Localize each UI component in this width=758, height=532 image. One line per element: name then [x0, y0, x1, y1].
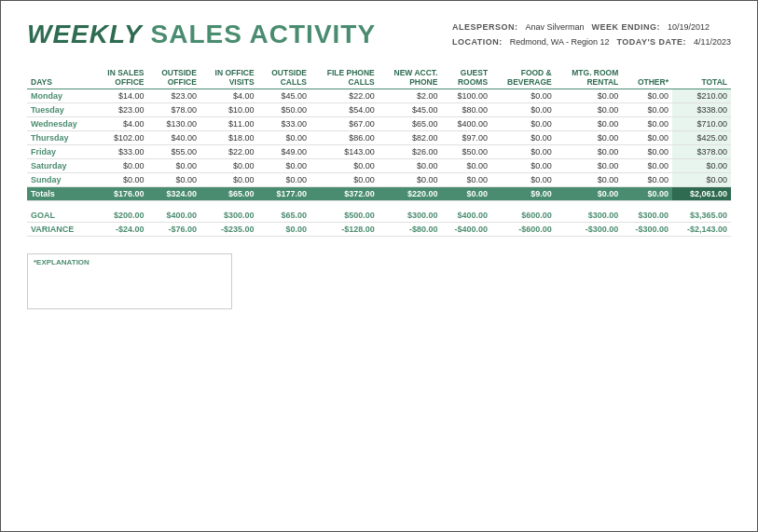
value-cell: $100.00	[441, 89, 491, 103]
location-label: LOCATION:	[452, 34, 503, 49]
value-cell: $130.00	[148, 117, 200, 131]
goal-cell: $600.00	[491, 209, 556, 223]
value-cell: $0.00	[200, 173, 258, 187]
value-cell: $0.00	[622, 131, 672, 145]
value-cell: $0.00	[491, 131, 556, 145]
goal-cell: $300.00	[556, 209, 623, 223]
col-total: TOTAL	[672, 66, 731, 89]
activity-table: DAYS IN SALESOFFICE OUTSIDEOFFICE IN OFF…	[27, 66, 731, 237]
value-cell: $4.00	[200, 89, 258, 103]
value-cell: $0.00	[93, 173, 147, 187]
value-cell: $0.00	[556, 131, 623, 145]
col-mtg-room-rental: MTG. ROOMRENTAL	[556, 66, 623, 89]
value-cell: $0.00	[622, 145, 672, 159]
variance-cell: -$128.00	[310, 222, 379, 236]
value-cell: $0.00	[148, 159, 200, 173]
table-row: Friday$33.00$55.00$22.00$49.00$143.00$26…	[27, 145, 731, 159]
page-title: WEEKLY SALES ACTIVITY	[27, 20, 376, 49]
value-cell: $0.00	[622, 103, 672, 117]
value-cell: $425.00	[672, 131, 731, 145]
value-cell: $49.00	[258, 145, 310, 159]
value-cell: $0.00	[379, 173, 442, 187]
value-cell: $0.00	[148, 173, 200, 187]
value-cell: $0.00	[622, 117, 672, 131]
variance-cell: -$80.00	[379, 222, 442, 236]
value-cell: $65.00	[379, 117, 442, 131]
value-cell: $23.00	[93, 103, 147, 117]
alesperson-label: ALESPERSON:	[452, 20, 518, 34]
value-cell: $4.00	[93, 117, 147, 131]
value-cell: $45.00	[379, 103, 442, 117]
value-cell: $23.00	[148, 89, 200, 103]
totals-cell: $65.00	[200, 187, 258, 201]
day-cell: Thursday	[27, 131, 93, 145]
todays-date-value: 4/11/2023	[694, 34, 731, 49]
value-cell: $18.00	[200, 131, 258, 145]
goal-cell: $3,365.00	[672, 209, 731, 223]
totals-cell: $176.00	[93, 187, 147, 201]
value-cell: $45.00	[258, 89, 310, 103]
goal-cell: $200.00	[93, 209, 147, 223]
value-cell: $0.00	[556, 117, 623, 131]
variance-label: VARIANCE	[27, 222, 93, 236]
page: WEEKLY SALES ACTIVITY ALESPERSON: Anav S…	[0, 0, 758, 532]
todays-date-label: TODAY'S DATE:	[616, 34, 685, 49]
variance-cell: -$24.00	[93, 222, 147, 236]
value-cell: $0.00	[258, 159, 310, 173]
totals-cell: $0.00	[441, 187, 491, 201]
totals-cell: $0.00	[556, 187, 623, 201]
value-cell: $33.00	[93, 145, 147, 159]
totals-cell: $2,061.00	[672, 187, 731, 201]
week-ending-label: WEEK ENDING:	[591, 20, 660, 34]
goal-cell: $300.00	[379, 209, 442, 223]
totals-cell: $372.00	[310, 187, 379, 201]
value-cell: $400.00	[441, 117, 491, 131]
day-cell: Sunday	[27, 173, 93, 187]
variance-cell: -$300.00	[556, 222, 623, 236]
value-cell: $0.00	[491, 159, 556, 173]
value-cell: $0.00	[491, 173, 556, 187]
gap-row	[27, 201, 731, 209]
value-cell: $0.00	[258, 173, 310, 187]
header: WEEKLY SALES ACTIVITY ALESPERSON: Anav S…	[27, 20, 731, 49]
col-in-office-visits: IN OFFICEVISITS	[200, 66, 258, 89]
value-cell: $14.00	[93, 89, 147, 103]
value-cell: $0.00	[258, 131, 310, 145]
value-cell: $80.00	[441, 103, 491, 117]
alesperson-value: Anav Silverman	[525, 20, 584, 34]
totals-label: Totals	[27, 187, 93, 201]
value-cell: $0.00	[622, 173, 672, 187]
value-cell: $0.00	[310, 159, 379, 173]
totals-cell: $9.00	[491, 187, 556, 201]
value-cell: $0.00	[200, 159, 258, 173]
variance-cell: -$600.00	[491, 222, 556, 236]
explanation-label: *EXPLANATION	[34, 258, 226, 266]
variance-cell: -$300.00	[622, 222, 672, 236]
week-ending-value: 10/19/2012	[668, 20, 710, 34]
day-cell: Wednesday	[27, 117, 93, 131]
title-sales: SALES ACTIVITY	[143, 20, 376, 48]
location-value: Redmond, WA - Region 12	[510, 34, 610, 49]
goal-cell: $400.00	[148, 209, 200, 223]
goal-cell: $300.00	[200, 209, 258, 223]
value-cell: $0.00	[672, 173, 731, 187]
col-new-acct-phone: NEW ACCT.PHONE	[379, 66, 442, 89]
value-cell: $0.00	[491, 89, 556, 103]
value-cell: $0.00	[93, 159, 147, 173]
value-cell: $0.00	[556, 159, 623, 173]
table-row: Wednesday$4.00$130.00$11.00$33.00$67.00$…	[27, 117, 731, 131]
col-outside-office: OUTSIDEOFFICE	[148, 66, 200, 89]
value-cell: $78.00	[148, 103, 200, 117]
value-cell: $0.00	[556, 89, 623, 103]
explanation-box[interactable]: *EXPLANATION	[27, 253, 232, 309]
value-cell: $82.00	[379, 131, 442, 145]
value-cell: $40.00	[148, 131, 200, 145]
col-in-sales-office: IN SALESOFFICE	[93, 66, 147, 89]
totals-row: Totals$176.00$324.00$65.00$177.00$372.00…	[27, 187, 731, 201]
variance-row: VARIANCE-$24.00-$76.00-$235.00$0.00-$128…	[27, 222, 731, 236]
value-cell: $55.00	[148, 145, 200, 159]
value-cell: $0.00	[441, 159, 491, 173]
value-cell: $0.00	[491, 145, 556, 159]
table-row: Thursday$102.00$40.00$18.00$0.00$86.00$8…	[27, 131, 731, 145]
value-cell: $50.00	[258, 103, 310, 117]
